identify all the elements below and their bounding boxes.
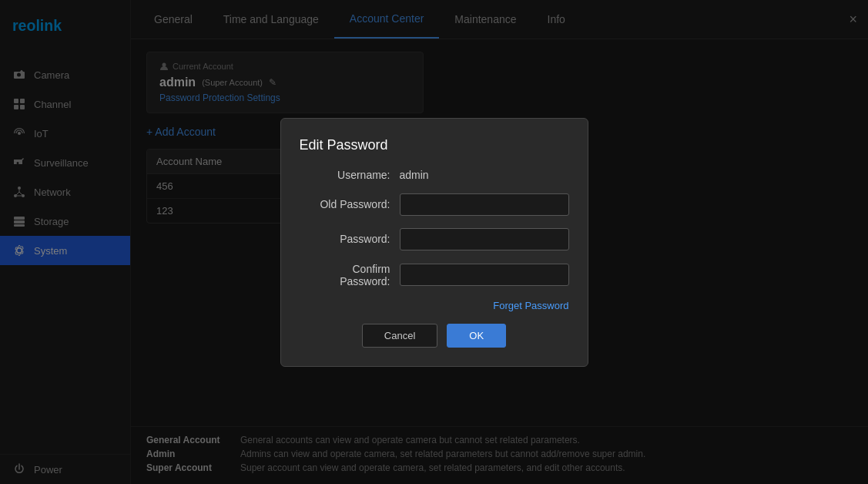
modal-buttons: Cancel OK	[300, 324, 569, 348]
form-row-password: Password:	[300, 228, 569, 250]
modal-overlay: Edit Password Username: admin Old Passwo…	[0, 0, 868, 484]
confirm-password-input[interactable]	[400, 264, 569, 286]
cancel-button[interactable]: Cancel	[362, 324, 437, 348]
old-password-label: Old Password:	[300, 198, 400, 210]
username-value: admin	[400, 169, 429, 181]
form-row-confirm-password: Confirm Password:	[300, 263, 569, 287]
username-label: Username:	[300, 169, 400, 181]
ok-button[interactable]: OK	[447, 324, 506, 348]
password-label: Password:	[300, 233, 400, 245]
confirm-password-label: Confirm Password:	[300, 263, 400, 287]
forget-password-link[interactable]: Forget Password	[300, 300, 569, 311]
old-password-input[interactable]	[400, 193, 569, 216]
form-row-old-password: Old Password:	[300, 193, 569, 216]
modal-title: Edit Password	[300, 137, 569, 153]
form-row-username: Username: admin	[300, 169, 569, 181]
edit-password-modal: Edit Password Username: admin Old Passwo…	[280, 118, 588, 367]
password-input[interactable]	[400, 228, 569, 250]
